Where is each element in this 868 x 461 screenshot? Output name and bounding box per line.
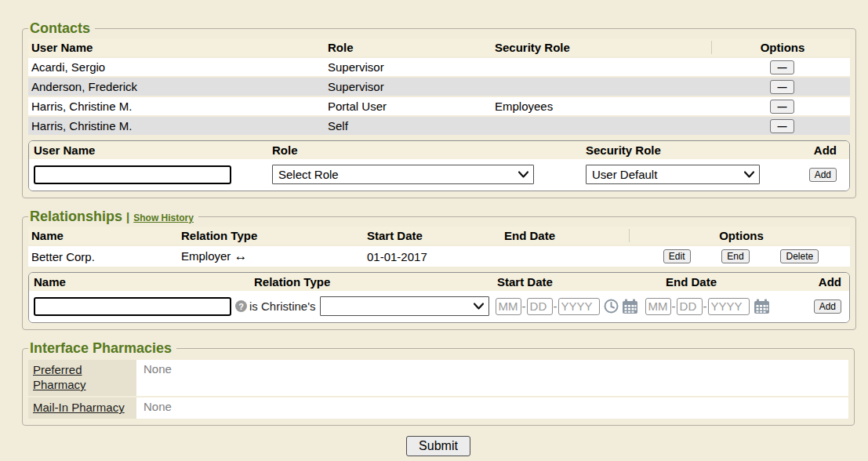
col-add: Add (807, 275, 844, 289)
start-year-input[interactable] (558, 298, 600, 315)
relationships-title-text: Relationships (30, 209, 122, 224)
chevron-down-icon (518, 171, 528, 178)
relationships-section: Relationships | Show History Name Relati… (22, 209, 856, 330)
col-name: Name (34, 275, 254, 289)
title-separator: | (126, 210, 129, 223)
show-history-link[interactable]: Show History (133, 212, 194, 223)
add-contact-button[interactable]: Add (809, 168, 837, 182)
calendar-icon[interactable] (754, 299, 770, 314)
role-select-value: Select Role (278, 168, 339, 181)
relationship-type: Employer ↔ (178, 249, 364, 264)
page: Contacts User Name Role Security Role Op… (0, 0, 868, 456)
col-role: Role (325, 41, 492, 54)
security-role-select[interactable]: User Default (586, 165, 760, 184)
calendar-icon[interactable] (622, 299, 638, 314)
date-separator: - (522, 299, 526, 313)
pharmacy-label-cell: Mail-In Pharmacy (28, 397, 136, 419)
relationship-row: Better Corp. Employer ↔ 01-01-2017 Edit … (28, 246, 850, 267)
mail-in-pharmacy-link[interactable]: Mail-In Pharmacy (33, 401, 125, 414)
col-start-date: Start Date (364, 229, 501, 242)
col-role: Role (272, 143, 586, 157)
add-relationship-button[interactable]: Add (814, 299, 841, 314)
pharmacy-label-cell: Preferred Pharmacy (28, 360, 136, 396)
contact-row: Anderson, Frederick Supervisor — (28, 78, 850, 96)
contact-row: Harris, Christine M. Portal User Employe… (28, 97, 850, 115)
relation-type-text: Employer (181, 249, 231, 263)
pharmacy-row: Mail-In Pharmacy None (28, 397, 848, 419)
preferred-pharmacy-value: None (136, 360, 848, 396)
security-role-select-value: User Default (592, 168, 657, 181)
add-contact-row: Select Role User Default Add (29, 159, 849, 191)
possessive-label: is Christine's (249, 299, 316, 313)
role-select[interactable]: Select Role (272, 165, 534, 184)
remove-contact-button[interactable]: — (770, 80, 794, 94)
col-relation-type: Relation Type (178, 229, 364, 242)
contact-row: Harris, Christine M. Self — (28, 117, 850, 135)
relation-name-input[interactable] (34, 297, 231, 316)
contact-role: Portal User (325, 100, 492, 113)
relationship-start-date: 01-01-2017 (364, 250, 501, 263)
add-relationship-box: Name Relation Type Start Date End Date A… (28, 272, 850, 323)
contact-user-name: Anderson, Frederick (28, 80, 325, 93)
add-contact-header: User Name Role Security Role Add (29, 141, 849, 159)
remove-contact-button[interactable]: — (770, 100, 794, 114)
relationships-title: Relationships | Show History (28, 209, 198, 225)
contact-role: Supervisor (325, 60, 492, 74)
start-month-input[interactable] (496, 298, 521, 315)
col-relation-type: Relation Type (254, 275, 497, 289)
add-relationship-header: Name Relation Type Start Date End Date A… (29, 273, 849, 291)
submit-area: Submit (22, 436, 855, 456)
col-end-date: End Date (501, 229, 629, 242)
end-year-input[interactable] (708, 298, 750, 315)
end-month-input[interactable] (645, 298, 671, 315)
start-day-input[interactable] (527, 298, 553, 315)
contact-role: Self (325, 119, 492, 132)
chevron-down-icon (474, 303, 484, 310)
user-name-input[interactable] (34, 165, 231, 184)
add-contact-box: User Name Role Security Role Add Select … (28, 140, 850, 191)
pharmacies-section: Interface Pharmacies Preferred Pharmacy … (22, 340, 855, 426)
contacts-table-header: User Name Role Security Role Options (28, 38, 850, 56)
pharmacies-title: Interface Pharmacies (28, 340, 176, 357)
preferred-pharmacy-link[interactable]: Preferred Pharmacy (33, 363, 86, 391)
relationship-name: Better Corp. (28, 250, 178, 263)
col-user-name: User Name (34, 143, 272, 157)
chevron-down-icon (744, 171, 754, 178)
pharmacy-row: Preferred Pharmacy None (28, 360, 848, 396)
submit-button[interactable]: Submit (406, 436, 470, 456)
remove-contact-button[interactable]: — (770, 60, 794, 74)
edit-relationship-button[interactable]: Edit (663, 249, 691, 263)
remove-contact-button[interactable]: — (770, 119, 794, 133)
relationships-table-header: Name Relation Type Start Date End Date O… (28, 227, 850, 245)
contacts-title: Contacts (28, 20, 95, 37)
end-day-input[interactable] (677, 298, 703, 315)
relation-type-select[interactable] (320, 296, 489, 316)
contact-row: Acardi, Sergio Supervisor — (28, 58, 850, 76)
date-separator: - (703, 299, 707, 313)
contact-user-name: Acardi, Sergio (28, 60, 325, 74)
help-icon[interactable]: ? (235, 300, 247, 312)
col-security-role: Security Role (492, 41, 711, 54)
col-user-name: User Name (28, 41, 325, 54)
col-options: Options (711, 41, 850, 54)
col-name: Name (28, 229, 178, 242)
contact-user-name: Harris, Christine M. (28, 100, 325, 113)
add-relationship-row: ? is Christine's - - (29, 291, 849, 322)
bidirectional-arrow-icon: ↔ (234, 249, 248, 263)
mail-in-pharmacy-value: None (136, 397, 848, 419)
col-add: Add (804, 143, 844, 157)
end-relationship-button[interactable]: End (721, 249, 749, 263)
clock-icon[interactable] (604, 299, 619, 314)
date-separator: - (554, 299, 557, 313)
col-start-date: Start Date (497, 275, 666, 289)
contacts-section: Contacts User Name Role Security Role Op… (22, 20, 856, 198)
col-security-role: Security Role (586, 143, 804, 157)
col-options: Options (629, 229, 850, 242)
date-separator: - (672, 299, 676, 313)
contact-security-role: Employees (492, 100, 711, 113)
col-end-date: End Date (666, 275, 807, 289)
contact-user-name: Harris, Christine M. (28, 119, 325, 132)
contact-role: Supervisor (325, 80, 492, 93)
delete-relationship-button[interactable]: Delete (780, 249, 819, 263)
